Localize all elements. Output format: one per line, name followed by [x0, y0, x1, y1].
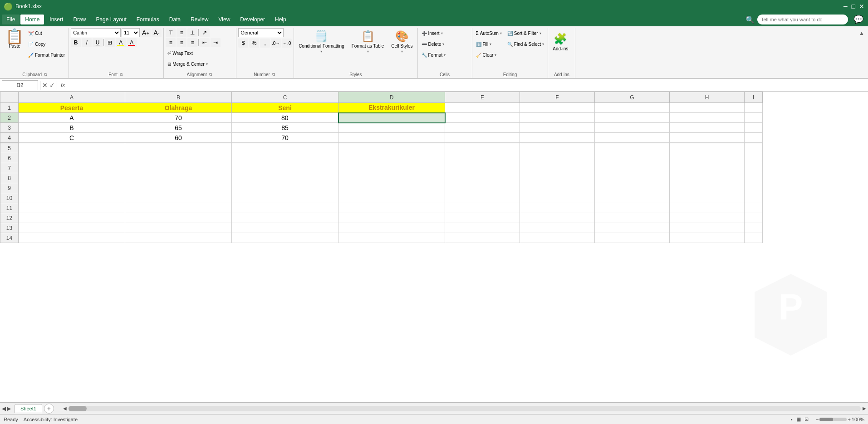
zoom-slider[interactable] — [819, 418, 847, 421]
decrease-decimal-btn[interactable]: ←.0 — [282, 39, 292, 48]
menu-page-layout[interactable]: Page Layout — [91, 15, 131, 24]
cell-row10-col1[interactable] — [125, 193, 232, 203]
find-arrow[interactable]: ▾ — [542, 42, 544, 46]
cell-E3[interactable] — [445, 123, 520, 133]
cell-H2[interactable] — [670, 113, 745, 123]
cell-row5-col4[interactable] — [445, 143, 520, 153]
cell-row8-col7[interactable] — [670, 173, 745, 183]
align-left-btn[interactable]: ≡ — [166, 38, 176, 47]
clear-button[interactable]: 🧹 Clear ▾ — [474, 50, 504, 60]
cell-row11-col4[interactable] — [445, 203, 520, 213]
cell-I3[interactable] — [745, 123, 763, 133]
cell-row8-col0[interactable] — [19, 173, 125, 183]
col-header-H[interactable]: H — [670, 92, 745, 103]
cell-G2[interactable] — [595, 113, 670, 123]
number-format-select[interactable]: General — [238, 28, 284, 37]
cell-C1[interactable]: Seni — [232, 103, 338, 113]
cell-row10-col3[interactable] — [338, 193, 445, 203]
copy-button[interactable]: 📄 Copy — [26, 39, 67, 49]
grid-scroll-area[interactable]: A B C D E F G H I 1 Peserta — [0, 92, 868, 402]
ribbon-collapse-btn[interactable]: ▲ — [859, 30, 864, 36]
cell-row10-col4[interactable] — [445, 193, 520, 203]
align-top-btn[interactable]: ⊤ — [166, 28, 176, 37]
cell-B4[interactable]: 60 — [125, 133, 232, 143]
cell-H1[interactable] — [670, 103, 745, 113]
format-button[interactable]: 🔧 Format ▾ — [420, 50, 448, 60]
cell-row7-col4[interactable] — [445, 163, 520, 173]
cell-D1[interactable]: Ekstrakurikuler — [338, 103, 445, 113]
cell-row12-col0[interactable] — [19, 213, 125, 223]
paste-button[interactable]: 📋 Paste — [4, 28, 25, 49]
col-header-G[interactable]: G — [595, 92, 670, 103]
underline-button[interactable]: U — [93, 38, 103, 47]
clear-arrow[interactable]: ▾ — [495, 53, 496, 57]
cell-row14-col6[interactable] — [595, 233, 670, 243]
formula-confirm-btn[interactable]: ✓ — [49, 82, 55, 89]
merge-dropdown-arrow[interactable]: ▾ — [206, 62, 208, 66]
cell-row10-col7[interactable] — [670, 193, 745, 203]
cell-row13-col8[interactable] — [745, 223, 763, 233]
cell-G1[interactable] — [595, 103, 670, 113]
cell-row12-col4[interactable] — [445, 213, 520, 223]
cell-row13-col4[interactable] — [445, 223, 520, 233]
cell-row11-col8[interactable] — [745, 203, 763, 213]
clipboard-expand-btn[interactable]: ⧉ — [43, 72, 48, 77]
bold-button[interactable]: B — [71, 38, 81, 47]
cell-row5-col8[interactable] — [745, 143, 763, 153]
cell-G3[interactable] — [595, 123, 670, 133]
alignment-expand-btn[interactable]: ⧉ — [208, 72, 213, 77]
scrollbar-left-btn[interactable]: ◀ — [63, 406, 67, 411]
cell-F4[interactable] — [520, 133, 595, 143]
font-color-button[interactable]: A — [127, 38, 137, 47]
col-header-F[interactable]: F — [520, 92, 595, 103]
cell-row7-col6[interactable] — [595, 163, 670, 173]
cell-B1[interactable]: Olahraga — [125, 103, 232, 113]
indent-increase-btn[interactable]: ⇥ — [211, 38, 221, 47]
zoom-minus-btn[interactable]: − — [816, 417, 819, 422]
minimize-btn[interactable]: − — [843, 2, 848, 11]
cell-row5-col5[interactable] — [520, 143, 595, 153]
cell-row8-col6[interactable] — [595, 173, 670, 183]
delete-arrow[interactable]: ▾ — [442, 42, 444, 46]
cell-A3[interactable]: B — [19, 123, 125, 133]
increase-font-btn[interactable]: A+ — [141, 28, 151, 37]
scroll-left-tabs-btn[interactable]: ◀ — [2, 405, 6, 412]
cell-row9-col7[interactable] — [670, 183, 745, 193]
scroll-right-tabs-btn[interactable]: ▶ — [7, 405, 11, 412]
cell-row8-col4[interactable] — [445, 173, 520, 183]
cell-D4[interactable] — [338, 133, 445, 143]
align-right-btn[interactable]: ≡ — [187, 38, 197, 47]
align-bottom-btn[interactable]: ⊥ — [187, 28, 197, 37]
cell-B2[interactable]: 70 — [125, 113, 232, 123]
cell-row7-col8[interactable] — [745, 163, 763, 173]
view-page-btn[interactable]: ⊡ — [804, 416, 809, 422]
cell-row5-col2[interactable] — [232, 143, 338, 153]
cell-row6-col3[interactable] — [338, 153, 445, 163]
cell-row14-col3[interactable] — [338, 233, 445, 243]
cell-E4[interactable] — [445, 133, 520, 143]
cell-row8-col1[interactable] — [125, 173, 232, 183]
col-header-B[interactable]: B — [125, 92, 232, 103]
cell-row10-col6[interactable] — [595, 193, 670, 203]
cell-A4[interactable]: C — [19, 133, 125, 143]
sheet-tab-sheet1[interactable]: Sheet1 — [15, 404, 42, 413]
cell-row13-col1[interactable] — [125, 223, 232, 233]
cell-A2[interactable]: A — [19, 113, 125, 123]
cell-row5-col6[interactable] — [595, 143, 670, 153]
cell-row11-col0[interactable] — [19, 203, 125, 213]
cell-row6-col5[interactable] — [520, 153, 595, 163]
cell-reference-input[interactable]: D2 — [2, 80, 38, 90]
formula-cancel-btn[interactable]: ✕ — [42, 82, 48, 89]
cell-row7-col5[interactable] — [520, 163, 595, 173]
add-sheet-button[interactable]: + — [44, 404, 54, 414]
chat-icon[interactable]: 💬 — [851, 15, 866, 24]
cell-row13-col3[interactable] — [338, 223, 445, 233]
decrease-font-btn[interactable]: A- — [152, 28, 162, 37]
format-as-table-button[interactable]: 📋 Format as Table ▾ — [349, 28, 387, 55]
delete-button[interactable]: ➖ Delete ▾ — [420, 39, 446, 49]
cell-row11-col2[interactable] — [232, 203, 338, 213]
merge-center-button[interactable]: ⊟ Merge & Center ▾ — [166, 59, 220, 69]
cond-fmt-arrow[interactable]: ▾ — [320, 49, 322, 54]
cell-row8-col2[interactable] — [232, 173, 338, 183]
cell-row10-col5[interactable] — [520, 193, 595, 203]
